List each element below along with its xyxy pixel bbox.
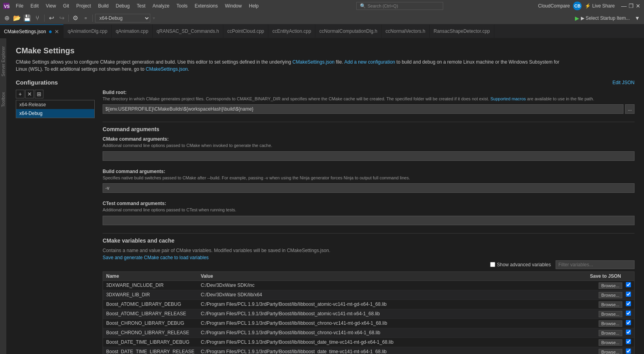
build-root-input[interactable] (103, 104, 623, 114)
tab-label: ccPointCloud.cpp (227, 28, 264, 34)
var-value-input[interactable] (201, 282, 584, 288)
build-args-input[interactable] (103, 183, 635, 193)
search-box[interactable]: 🔍 Search (Ctrl+Q) (356, 2, 443, 10)
config-item-release[interactable]: x64-Release (16, 100, 94, 109)
var-value-cell[interactable] (198, 347, 587, 354)
clone-config-btn[interactable]: ⊞ (35, 90, 43, 98)
menu-extensions[interactable]: Extensions (191, 2, 221, 9)
menu-git[interactable]: Git (60, 2, 72, 9)
var-save-checkbox[interactable] (626, 339, 631, 344)
var-save-checkbox[interactable] (626, 348, 631, 354)
cmake-settings-link-1[interactable]: CMakeSettings.json (292, 59, 335, 65)
live-share-btn[interactable]: ⚡ Live Share (585, 3, 615, 9)
settings-btn[interactable]: ⚙ (71, 14, 80, 23)
var-value-cell[interactable] (198, 309, 587, 318)
new-project-btn[interactable]: ⊕ (2, 14, 11, 23)
tab-ransacshapedetector[interactable]: RansacShapeDetector.cpp (430, 24, 494, 38)
var-browse-btn[interactable]: Browse... (599, 282, 622, 289)
tab-ccnormalvectors[interactable]: ccNormalVectors.h (382, 24, 430, 38)
var-browse-btn[interactable]: Browse... (599, 330, 622, 336)
var-value-input[interactable] (201, 330, 584, 335)
var-value-cell[interactable] (198, 299, 587, 309)
var-browse-btn[interactable]: Browse... (599, 301, 622, 308)
var-value-cell[interactable] (198, 318, 587, 328)
show-advanced-checkbox-label[interactable]: Show advanced variables (490, 262, 551, 267)
open-btn[interactable]: 📂 (13, 14, 21, 23)
var-browse-btn[interactable]: Browse... (599, 339, 622, 346)
var-save-checkbox[interactable] (626, 282, 631, 287)
var-save-checkbox[interactable] (626, 320, 631, 325)
tab-qanimation[interactable]: qAnimation.cpp (112, 24, 153, 38)
cmake-settings-link-2[interactable]: CMakeSettings.json (146, 66, 188, 72)
server-explorer-label[interactable]: Server Explorer (1, 46, 6, 76)
menu-tools[interactable]: Tools (173, 2, 191, 9)
cmake-args-input[interactable] (103, 151, 635, 161)
var-value-cell[interactable] (198, 290, 587, 299)
vars-table-container: Name Value Save to JSON 3DXWARE_INCLUDE_… (103, 271, 635, 354)
tab-ccnormalcomputation[interactable]: ccNormalComputationDlg.h (315, 24, 382, 38)
var-value-input[interactable] (201, 301, 584, 307)
redo-btn[interactable]: ↪ (57, 14, 66, 23)
tab-qransac[interactable]: qRANSAC_SD_Commands.h (153, 24, 223, 38)
show-advanced-checkbox[interactable] (490, 262, 495, 267)
var-value-input[interactable] (201, 320, 584, 326)
minimize-btn[interactable]: — (621, 3, 627, 9)
filter-input[interactable] (556, 260, 635, 269)
supported-macros-link[interactable]: Supported macros (490, 96, 526, 101)
menu-view[interactable]: View (43, 2, 59, 9)
var-browse-btn[interactable]: Browse... (599, 292, 622, 298)
ctest-args-input[interactable] (103, 216, 635, 225)
toolbox-label[interactable]: Toolbox (1, 92, 6, 107)
build-root-browse-btn[interactable]: ... (625, 104, 635, 114)
var-value-input[interactable] (201, 311, 584, 316)
play-startup-btn[interactable]: ▶ ▶ Select Startup Item... (573, 14, 631, 22)
var-browse-btn[interactable]: Browse... (599, 320, 622, 327)
var-save-checkbox[interactable] (626, 301, 631, 306)
sidebar-labels: Server Explorer Toolbox (0, 38, 6, 354)
var-actions-cell: Browse... (587, 309, 634, 318)
maximize-btn[interactable]: ❐ (628, 3, 634, 9)
menu-analyze[interactable]: Analyze (150, 2, 173, 9)
menu-debug[interactable]: Debug (112, 2, 133, 9)
menu-file[interactable]: File (13, 2, 26, 9)
table-row: 3DXWARE_INCLUDE_DIR Browse... (103, 281, 634, 290)
save-generate-link[interactable]: Save and generate CMake cache to load va… (103, 255, 209, 260)
tab-ccpointcloud[interactable]: ccPointCloud.cpp (223, 24, 268, 38)
menu-help[interactable]: Help (246, 2, 262, 9)
undo-btn[interactable]: ↩ (47, 14, 56, 23)
tab-close-btn[interactable]: ✕ (54, 29, 59, 34)
remove-config-btn[interactable]: ✕ (25, 90, 34, 98)
extra-btn[interactable]: ▫ (81, 14, 90, 23)
save-btn[interactable]: 💾 (23, 14, 32, 23)
var-value-input[interactable] (201, 349, 584, 354)
var-browse-btn[interactable]: Browse... (599, 311, 622, 317)
var-save-checkbox[interactable] (626, 292, 631, 297)
var-value-input[interactable] (201, 292, 584, 298)
var-value-cell[interactable] (198, 328, 587, 337)
git-btn[interactable]: ⑂ (33, 14, 42, 23)
close-btn[interactable]: ✕ (635, 3, 641, 9)
menu-edit[interactable]: Edit (27, 2, 42, 9)
menu-project[interactable]: Project (73, 2, 94, 9)
var-save-checkbox[interactable] (626, 311, 631, 316)
extra-dropdown-btn[interactable]: ▾ (633, 14, 642, 23)
config-item-debug[interactable]: x64-Debug (16, 109, 94, 118)
menu-build[interactable]: Build (95, 2, 112, 9)
var-name-cell: Boost_ATOMIC_LIBRARY_RELEASE (103, 309, 198, 318)
var-value-input[interactable] (201, 339, 584, 345)
tabs-bar: CMakeSettings.json ● ✕ qAnimationDlg.cpp… (0, 24, 644, 38)
var-value-cell[interactable] (198, 281, 587, 290)
add-config-btn[interactable]: + (16, 90, 24, 98)
tab-ccentityaction[interactable]: ccEntityAction.cpp (268, 24, 315, 38)
add-config-link[interactable]: Add a new configuration (344, 59, 395, 65)
tab-cmake-settings[interactable]: CMakeSettings.json ● ✕ (0, 24, 64, 38)
var-value-cell[interactable] (198, 337, 587, 347)
menu-window[interactable]: Window (222, 2, 245, 9)
var-browse-btn[interactable]: Browse... (599, 349, 622, 354)
edit-json-btn[interactable]: Edit JSON (612, 80, 635, 85)
tab-qanimationdlg[interactable]: qAnimationDlg.cpp (64, 24, 112, 38)
var-save-checkbox[interactable] (626, 330, 631, 335)
config-dropdown[interactable]: x64-Debug (95, 14, 150, 23)
build-args-label: Build command arguments: (103, 169, 635, 174)
menu-test[interactable]: Test (134, 2, 149, 9)
